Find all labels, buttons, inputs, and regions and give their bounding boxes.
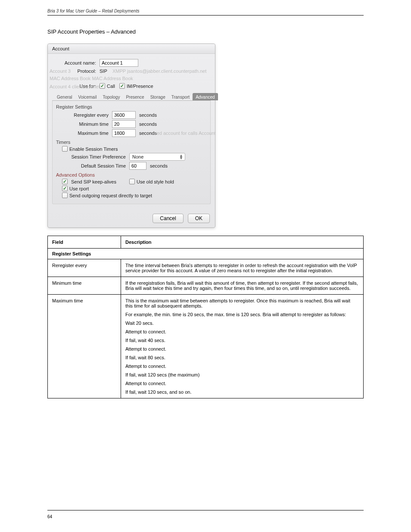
account-name-label: Account name:	[52, 60, 100, 65]
dialog-title: Account	[48, 44, 215, 54]
oldhold-checkbox[interactable]	[129, 179, 135, 184]
page-number: 64	[47, 514, 52, 519]
max-time-input[interactable]	[112, 129, 136, 137]
ghost-account3: Account 3	[50, 68, 71, 74]
register-settings-section: Register Settings	[48, 249, 364, 259]
tab-topology[interactable]: Topology	[100, 93, 123, 100]
default-session-time-input[interactable]	[129, 162, 146, 170]
use-for-im-checkbox[interactable]: IM/Presence	[119, 83, 153, 89]
account-name-input[interactable]	[100, 59, 138, 67]
session-timer-pref-value: None	[132, 154, 143, 159]
tab-advanced[interactable]: Advanced	[193, 93, 218, 100]
advanced-options-title: Advanced Options	[56, 172, 207, 177]
checkmark-icon	[100, 83, 105, 89]
bottom-rule	[47, 510, 364, 510]
field-cell: Maximum time	[48, 295, 121, 398]
cancel-button[interactable]: Cancel	[153, 214, 183, 223]
ghost-xmpp: XMPP jsantos@jabber.client.counterpath.n…	[112, 68, 206, 74]
col-field-header: Field	[48, 236, 121, 249]
default-session-time-unit: seconds	[150, 163, 168, 168]
field-cell: Minimum time	[48, 277, 121, 295]
use-for-call-checkbox[interactable]: Call	[100, 83, 115, 89]
keepalives-label: Send SIP keep-alives	[71, 179, 116, 184]
ok-button[interactable]: OK	[188, 214, 210, 223]
tabs: General Voicemail Topology Presence Stor…	[52, 93, 211, 101]
checkmark-icon	[119, 83, 125, 89]
keepalives-checkbox[interactable]	[62, 179, 68, 184]
register-settings-title: Register Settings	[56, 104, 207, 109]
reregister-label: Reregister every	[56, 112, 112, 118]
desc-cell: This is the maximum wait time between at…	[121, 295, 364, 398]
reregister-input[interactable]	[112, 111, 136, 119]
ghost-acct4: Account 4 client.test.net	[50, 84, 100, 89]
header-left: Bria 3 for Mac User Guide – Retail Deplo…	[47, 9, 139, 13]
ghost-mac: MAC Address Book MAC Address Book	[50, 76, 133, 81]
tab-general[interactable]: General	[54, 93, 75, 100]
account-dialog: Account Account name: Account 3 Protocol…	[47, 44, 215, 228]
advanced-panel: Register Settings Reregister every secon…	[52, 101, 211, 204]
oldhold-label: Use old style hold	[137, 179, 174, 184]
use-for-call-label: Call	[107, 84, 115, 89]
enable-session-timers-label: Enable Session Timers	[69, 146, 118, 152]
top-rule	[47, 15, 364, 16]
session-timer-pref-select[interactable]: None ▲▼	[129, 153, 185, 161]
tab-presence[interactable]: Presence	[123, 93, 147, 100]
protocol-value: SIP	[100, 68, 107, 74]
min-time-input[interactable]	[112, 120, 136, 128]
desc-cell: If the reregistration fails, Bria will w…	[121, 277, 364, 295]
col-desc-header: Description	[121, 236, 364, 249]
desc-cell: The time interval between Bria's attempt…	[121, 259, 364, 277]
use-for-im-label: IM/Presence	[127, 84, 153, 89]
min-time-label: Minimum time	[56, 121, 112, 127]
ghost-proxy: red account for calls Account	[155, 131, 216, 136]
session-timer-pref-label: Session Timer Preference	[56, 154, 129, 159]
direct-label: Send outgoing request directly to target	[69, 193, 152, 198]
section-title: SIP Account Properties – Advanced	[47, 28, 364, 35]
tab-transport[interactable]: Transport	[168, 93, 193, 100]
tab-voicemail[interactable]: Voicemail	[75, 93, 100, 100]
chevron-updown-icon: ▲▼	[179, 154, 183, 159]
min-time-unit: seconds	[139, 121, 157, 127]
field-cell: Reregister every	[48, 259, 121, 277]
rport-checkbox[interactable]	[62, 186, 68, 191]
max-time-unit: seconds	[139, 131, 157, 136]
reregister-unit: seconds	[139, 112, 157, 118]
enable-session-timers-checkbox[interactable]	[62, 146, 68, 152]
timers-title: Timers	[56, 140, 207, 145]
description-table: Field Description Register Settings Rere…	[47, 236, 364, 398]
tab-storage[interactable]: Storage	[147, 93, 168, 100]
default-session-time-label: Default Session Time	[56, 163, 129, 168]
max-time-label: Maximum time	[56, 131, 112, 136]
direct-checkbox[interactable]	[62, 193, 68, 198]
rport-label: Use rport	[69, 186, 89, 191]
